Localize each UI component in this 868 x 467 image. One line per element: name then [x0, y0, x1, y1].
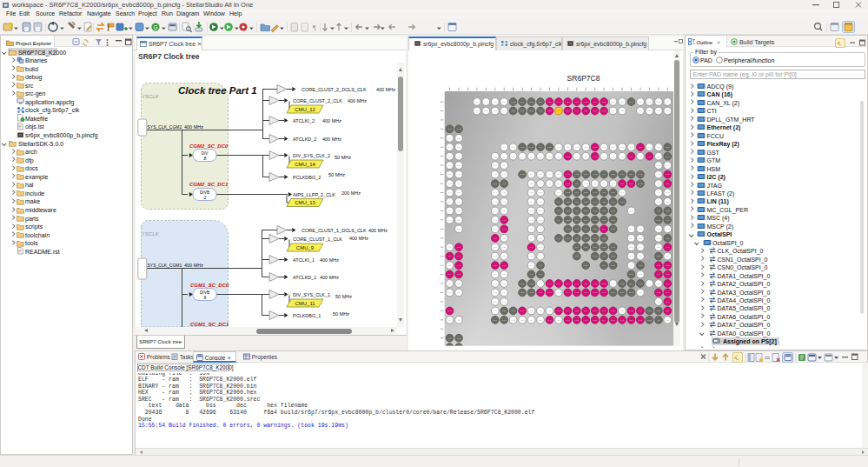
svg-text:PW2: PW2 — [447, 156, 453, 157]
svg-text:CMU_11: CMU_11 — [295, 301, 315, 306]
svg-text:PC7: PC7 — [611, 219, 615, 221]
svg-text:PW2: PW2 — [629, 255, 634, 257]
svg-text:PA3: PA3 — [575, 146, 580, 148]
svg-text:PS2: PS2 — [620, 146, 625, 148]
svg-text:50 MHz: 50 MHz — [335, 155, 351, 160]
svg-text:PD0: PD0 — [666, 310, 670, 311]
svg-text:VSL: VSL — [639, 264, 643, 266]
svg-text:CMU_12: CMU_12 — [295, 107, 315, 112]
svg-text:PC7: PC7 — [593, 246, 597, 248]
svg-text:VSL: VSL — [502, 283, 507, 284]
svg-text:VSL: VSL — [611, 291, 615, 293]
svg-text:ATCLKI_1: ATCLKI_1 — [293, 257, 315, 263]
svg-text:PW2: PW2 — [656, 101, 661, 103]
svg-text:VSL: VSL — [539, 228, 543, 230]
svg-text:PC7: PC7 — [529, 191, 533, 193]
svg-text:PD0: PD0 — [620, 101, 625, 103]
svg-text:PL9: PL9 — [575, 156, 580, 157]
svg-text:SYS_CLK_CGM2: SYS_CLK_CGM2 — [148, 124, 182, 130]
svg-text:400 MHz: 400 MHz — [320, 275, 339, 280]
svg-text:VSL: VSL — [602, 255, 606, 257]
svg-text:PL9: PL9 — [494, 273, 498, 275]
svg-text:VSL: VSL — [620, 183, 625, 184]
svg-text:PD0: PD0 — [494, 110, 498, 111]
svg-text:CGM1_SC_DC1: CGM1_SC_DC1 — [190, 322, 229, 327]
svg-text:CMU_9: CMU_9 — [296, 245, 315, 250]
svg-text:PA3: PA3 — [520, 156, 525, 157]
svg-text:PA3: PA3 — [666, 156, 670, 157]
svg-text:400 MHz: 400 MHz — [322, 137, 341, 142]
svg-text:PS2: PS2 — [566, 201, 570, 203]
svg-text:PL9: PL9 — [575, 210, 580, 211]
svg-text:VSL: VSL — [584, 146, 588, 148]
svg-text:VSL: VSL — [657, 173, 661, 175]
svg-text:VSL: VSL — [657, 301, 661, 303]
svg-text:PC7: PC7 — [584, 173, 588, 175]
svg-text:PA3: PA3 — [575, 246, 580, 248]
svg-text:PC7: PC7 — [494, 319, 498, 321]
svg-text:PA3: PA3 — [593, 255, 598, 257]
svg-text:PS2: PS2 — [502, 246, 507, 248]
svg-text:PW2: PW2 — [539, 191, 544, 193]
svg-text:PD0: PD0 — [566, 146, 570, 148]
svg-text:Clock tree Part 1: Clock tree Part 1 — [178, 85, 257, 96]
svg-text:PC7: PC7 — [629, 273, 633, 275]
svg-text:PL9: PL9 — [529, 246, 533, 248]
svg-text:PS2: PS2 — [593, 319, 598, 321]
svg-text:PS2: PS2 — [457, 228, 461, 230]
svg-text:PS2: PS2 — [566, 210, 570, 211]
svg-text:PD0: PD0 — [584, 156, 588, 157]
svg-text:PS2: PS2 — [666, 201, 670, 203]
svg-text:CORE_CLUST_2_CLK: CORE_CLUST_2_CLK — [293, 98, 342, 103]
svg-text:PC7: PC7 — [566, 319, 570, 321]
svg-text:PC7: PC7 — [666, 283, 670, 284]
svg-text:DIV_SYS_CLK_1: DIV_SYS_CLK_1 — [293, 292, 330, 297]
svg-text:PS2: PS2 — [620, 110, 625, 111]
svg-text:VSL: VSL — [529, 156, 533, 157]
svg-text:CORE_CLUST_2_DCLS_CLK: CORE_CLUST_2_DCLS_CLK — [301, 87, 367, 92]
svg-text:PA3: PA3 — [629, 264, 633, 266]
svg-text:PL9: PL9 — [602, 228, 606, 230]
svg-text:PA3: PA3 — [539, 183, 543, 184]
svg-text:PW2: PW2 — [457, 246, 462, 248]
svg-text:PA3: PA3 — [529, 291, 533, 293]
svg-text:50 MHz: 50 MHz — [335, 294, 352, 299]
svg-text:PD0: PD0 — [584, 201, 588, 203]
svg-text:PW2: PW2 — [666, 228, 671, 230]
svg-text:VSL: VSL — [666, 110, 670, 111]
svg-text:PC7: PC7 — [620, 310, 625, 311]
svg-text:VSL: VSL — [639, 228, 643, 230]
svg-text:PD0: PD0 — [575, 255, 580, 257]
svg-text:PA3: PA3 — [593, 219, 598, 221]
svg-text:VSL: VSL — [611, 310, 615, 311]
svg-text:CORE_CLUST_1_CLK: CORE_CLUST_1_CLK — [293, 237, 342, 242]
svg-text:PW2: PW2 — [447, 310, 453, 311]
svg-text:PL9: PL9 — [639, 110, 643, 111]
svg-text:VSL: VSL — [566, 237, 570, 239]
svg-text:PW2: PW2 — [447, 183, 453, 184]
svg-text:VSL: VSL — [602, 191, 606, 193]
svg-text:PL9: PL9 — [447, 219, 452, 221]
svg-text:PW2: PW2 — [629, 210, 634, 211]
svg-text:PW2: PW2 — [602, 110, 607, 111]
svg-text:PC7: PC7 — [457, 164, 461, 166]
svg-text:PS2: PS2 — [647, 310, 652, 311]
svg-text:ATCLKD_2: ATCLKD_2 — [293, 137, 316, 142]
svg-text:YSCLK: YSCLK — [142, 231, 160, 237]
svg-text:PA3: PA3 — [494, 210, 498, 211]
svg-text:PW2: PW2 — [457, 128, 462, 130]
svg-text:PD0: PD0 — [447, 173, 452, 175]
svg-text:PL9: PL9 — [666, 291, 670, 293]
svg-text:PA3: PA3 — [557, 237, 561, 239]
svg-text:PW2: PW2 — [620, 156, 626, 157]
svg-text:PL9: PL9 — [494, 228, 498, 230]
svg-text:PD0: PD0 — [547, 101, 552, 103]
svg-text:PS2: PS2 — [593, 228, 598, 230]
svg-text:PS2: PS2 — [629, 246, 633, 248]
svg-text:PL9: PL9 — [547, 173, 552, 175]
svg-text:PC7: PC7 — [657, 228, 661, 230]
svg-text:PL9: PL9 — [666, 255, 670, 257]
svg-text:PD0: PD0 — [566, 110, 570, 111]
svg-text:PS2: PS2 — [584, 264, 588, 266]
svg-text:VSL: VSL — [494, 264, 498, 266]
